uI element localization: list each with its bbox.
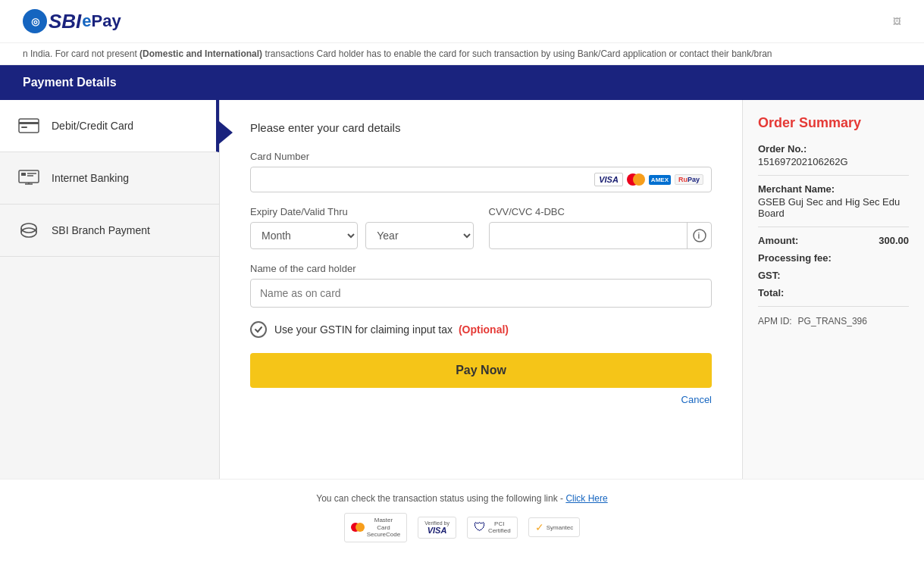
card-number-wrapper: VISA AMEX RuPay bbox=[250, 167, 712, 192]
card-number-label: Card Number bbox=[250, 151, 712, 162]
sidebar: Debit/Credit Card Internet Banking bbox=[0, 100, 220, 479]
order-summary: Order Summary Order No.: 151697202106262… bbox=[742, 100, 924, 479]
amount-value: 300.00 bbox=[879, 235, 909, 246]
pci-shield-icon: 🛡 bbox=[474, 520, 486, 534]
internet-banking-icon bbox=[15, 164, 42, 192]
order-no-label: Order No.: bbox=[758, 143, 909, 155]
year-select[interactable]: Year 2024 2025 2026 2027 2028 2029 2030 bbox=[365, 222, 473, 249]
month-select[interactable]: Month 01 02 03 04 05 06 07 08 09 10 11 1… bbox=[250, 222, 358, 249]
merchant-value: GSEB Guj Sec and Hig Sec Edu Board bbox=[758, 196, 909, 219]
sidebar-item-internet-banking[interactable]: Internet Banking bbox=[0, 152, 219, 205]
header-image: 🖼 bbox=[893, 17, 901, 26]
apm-id-row: APM ID: PG_TRANS_396 bbox=[758, 314, 909, 326]
name-input[interactable] bbox=[250, 279, 712, 308]
expiry-group: Expiry Date/Valid Thru Month 01 02 03 04… bbox=[250, 206, 474, 249]
divider-3 bbox=[758, 306, 909, 307]
sidebar-item-sbi-branch-label: SBI Branch Payment bbox=[52, 224, 150, 236]
total-label: Total: bbox=[758, 287, 784, 298]
merchant-row: Merchant Name: GSEB Guj Sec and Hig Sec … bbox=[758, 183, 909, 219]
divider-1 bbox=[758, 175, 909, 176]
order-no-row: Order No.: 151697202106262G bbox=[758, 143, 909, 167]
cvv-label: CVV/CVC 4-DBC bbox=[489, 206, 713, 217]
notice-bar: n India. For card not present (Domestic … bbox=[0, 43, 924, 65]
rupay-icon: RuPay bbox=[675, 174, 703, 185]
cvv-wrapper: i bbox=[489, 222, 713, 249]
pay-now-button[interactable]: Pay Now bbox=[250, 353, 712, 388]
sidebar-item-sbi-branch[interactable]: SBI Branch Payment bbox=[0, 205, 219, 257]
form-title: Please enter your card details bbox=[250, 121, 712, 134]
footer-badges: MasterCardSecureCode Verified by VISA 🛡 … bbox=[23, 513, 901, 542]
card-icons: VISA AMEX RuPay bbox=[594, 173, 703, 186]
expiry-cvv-row: Expiry Date/Valid Thru Month 01 02 03 04… bbox=[250, 206, 712, 249]
order-summary-title: Order Summary bbox=[758, 115, 909, 131]
amex-icon: AMEX bbox=[649, 175, 671, 185]
payment-header-title: Payment Details bbox=[23, 76, 117, 89]
footer-click-here[interactable]: Click Here bbox=[565, 493, 607, 504]
card-number-group: Card Number VISA AMEX RuPay bbox=[250, 151, 712, 192]
name-label: Name of the card holder bbox=[250, 263, 712, 274]
symantec-check-icon: ✓ bbox=[535, 521, 544, 533]
gstin-optional: (Optional) bbox=[459, 323, 509, 336]
card-number-input[interactable] bbox=[258, 173, 594, 186]
logo: ◎ SBI ePay bbox=[23, 9, 121, 33]
header: ◎ SBI ePay 🖼 bbox=[0, 0, 924, 43]
mastercard-secure-badge: MasterCardSecureCode bbox=[344, 513, 407, 542]
svg-rect-3 bbox=[19, 170, 39, 183]
logo-circle: ◎ bbox=[23, 9, 47, 33]
svg-rect-0 bbox=[19, 119, 39, 133]
sbi-branch-icon bbox=[15, 217, 42, 244]
expiry-label: Expiry Date/Valid Thru bbox=[250, 206, 474, 217]
gstin-row: Use your GSTIN for claiming input tax (O… bbox=[250, 321, 712, 338]
expiry-selects: Month 01 02 03 04 05 06 07 08 09 10 11 1… bbox=[250, 222, 474, 249]
svg-text:i: i bbox=[697, 232, 700, 240]
total-row: Total: bbox=[758, 287, 909, 298]
amount-row: Amount: 300.00 bbox=[758, 235, 909, 246]
merchant-label: Merchant Name: bbox=[758, 183, 909, 195]
apm-id-value: PG_TRANS_396 bbox=[798, 316, 867, 326]
order-no-value: 151697202106262G bbox=[758, 156, 909, 167]
gstin-label: Use your GSTIN for claiming input tax (O… bbox=[274, 323, 509, 336]
debit-credit-icon bbox=[15, 112, 42, 139]
apm-id-label: APM ID: bbox=[758, 316, 792, 326]
logo-sbi-text: SBI bbox=[49, 10, 81, 33]
check-icon bbox=[254, 325, 263, 334]
gst-row: GST: bbox=[758, 270, 909, 281]
payment-header: Payment Details bbox=[0, 65, 924, 100]
svg-rect-1 bbox=[19, 122, 39, 124]
visa-icon: VISA bbox=[594, 173, 623, 186]
svg-rect-2 bbox=[21, 127, 27, 128]
sidebar-item-debit-credit[interactable]: Debit/Credit Card bbox=[0, 100, 219, 152]
pci-badge: 🛡 PCICertified bbox=[467, 517, 518, 539]
amount-label: Amount: bbox=[758, 235, 798, 246]
cvv-info-button[interactable]: i bbox=[687, 223, 711, 248]
mastercard-icon bbox=[627, 173, 645, 186]
symantec-badge: ✓ Symantec bbox=[528, 517, 581, 537]
notice-text-end: transactions Card holder has to enable t… bbox=[265, 48, 772, 59]
notice-text-bold: (Domestic and International) bbox=[139, 48, 262, 59]
footer-text: You can check the transaction status usi… bbox=[23, 493, 901, 504]
processing-fee-label: Processing fee: bbox=[758, 252, 832, 264]
footer: You can check the transaction status usi… bbox=[0, 479, 924, 556]
content-area: Please enter your card details Card Numb… bbox=[220, 100, 742, 479]
logo-epay-text: e bbox=[82, 11, 91, 31]
sidebar-arrow bbox=[219, 121, 233, 144]
notice-text-start: n India. For card not present bbox=[23, 48, 139, 59]
cancel-link[interactable]: Cancel bbox=[250, 394, 712, 405]
svg-rect-6 bbox=[21, 173, 26, 176]
verified-visa-badge: Verified by VISA bbox=[418, 517, 456, 539]
divider-2 bbox=[758, 227, 909, 227]
name-group: Name of the card holder bbox=[250, 263, 712, 308]
main-layout: Debit/Credit Card Internet Banking bbox=[0, 100, 924, 479]
sidebar-item-debit-credit-label: Debit/Credit Card bbox=[52, 120, 133, 132]
gst-label: GST: bbox=[758, 270, 781, 281]
cvv-input[interactable] bbox=[490, 223, 688, 248]
processing-fee-row: Processing fee: bbox=[758, 252, 909, 264]
sidebar-item-internet-banking-label: Internet Banking bbox=[52, 172, 129, 184]
gstin-checkbox[interactable] bbox=[250, 321, 267, 338]
cvv-group: CVV/CVC 4-DBC i bbox=[489, 206, 713, 249]
